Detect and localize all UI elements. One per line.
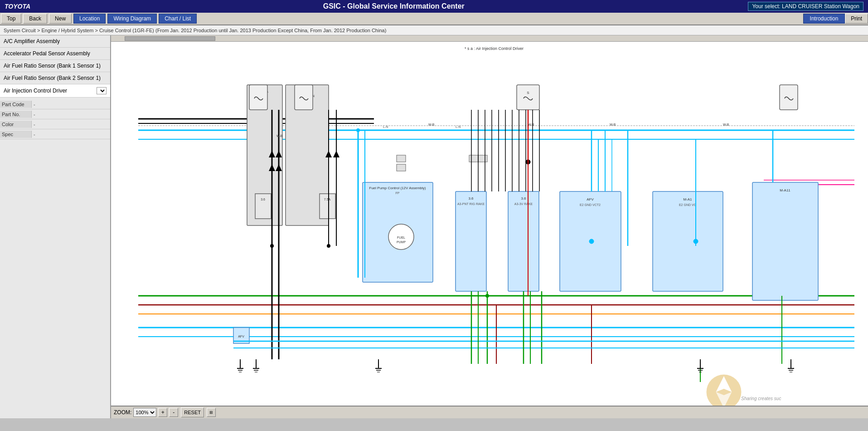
part-no-row: Part No. - — [0, 109, 110, 119]
spec-label: Spec — [0, 131, 32, 138]
svg-rect-42 — [780, 85, 798, 110]
title-bar: TOYOTA GSIC - Global Service Information… — [0, 0, 868, 13]
bottom-bar: ZOOM: 50% 75% 100% 125% 150% 200% + - RE… — [111, 406, 868, 418]
part-code-value: - — [32, 101, 37, 108]
toolbar: Top Back New Location Wiring Diagram Cha… — [0, 13, 868, 25]
svg-text:W-B: W-B — [528, 123, 534, 126]
svg-text:A3-3V RAKE: A3-3V RAKE — [514, 202, 533, 206]
sidebar: A/C Amplifier Assembly Accelerator Pedal… — [0, 35, 111, 418]
properties-panel: Part Code - Part No. - Color - Spec - — [0, 98, 110, 141]
svg-rect-112 — [469, 155, 478, 162]
svg-text:M-A1: M-A1 — [683, 197, 692, 201]
diagram-canvas[interactable]: * s a : Air Injection Control Driver — [111, 42, 868, 406]
sidebar-item-air-injection[interactable]: Air Injection Control Driver — [0, 84, 110, 98]
svg-rect-38 — [517, 85, 539, 110]
color-row: Color - — [0, 119, 110, 129]
svg-rect-46 — [508, 191, 539, 291]
svg-text:AFV: AFV — [238, 335, 244, 338]
wiring-diagram-button[interactable]: Wiring Diagram — [107, 14, 157, 24]
spec-row: Spec - — [0, 129, 110, 139]
back-button[interactable]: Back — [23, 14, 47, 24]
svg-text:3.6: 3.6 — [261, 198, 265, 201]
wiring-diagram-svg: * s a : Air Injection Control Driver — [111, 42, 859, 406]
svg-text:W-B: W-B — [428, 123, 435, 126]
svg-text:FUEL: FUEL — [397, 236, 405, 239]
svg-rect-32 — [752, 182, 818, 300]
svg-text:S: S — [527, 91, 529, 95]
svg-rect-40 — [249, 85, 267, 110]
zoom-label: ZOOM: — [114, 409, 131, 416]
color-value: - — [32, 121, 37, 128]
app-title: GSIC - Global Service Information Center — [39, 2, 748, 10]
svg-text:PUMP: PUMP — [397, 240, 406, 244]
svg-text:* s a : Air Injection Control : * s a : Air Injection Control Driver — [465, 46, 524, 51]
svg-point-88 — [327, 244, 330, 248]
svg-text:A3-PNT RIG RAKE: A3-PNT RIG RAKE — [457, 202, 485, 206]
zoom-out-button[interactable]: - — [169, 408, 178, 417]
new-button[interactable]: New — [49, 14, 72, 24]
zoom-in-button[interactable]: + — [158, 408, 167, 417]
svg-text:M-A11: M-A11 — [780, 188, 790, 192]
svg-text:7.5A: 7.5A — [324, 198, 331, 201]
diagram-area: * s a : Air Injection Control Driver — [111, 35, 868, 418]
svg-text:W-B: W-B — [610, 123, 616, 126]
color-label: Color — [0, 121, 32, 128]
sidebar-item-afr-bank1[interactable]: Air Fuel Ratio Sensor (Bank 1 Sensor 1) — [0, 60, 110, 72]
horizontal-scrollbar[interactable] — [111, 35, 868, 42]
introduction-button[interactable]: Introduction — [803, 14, 845, 24]
part-no-label: Part No. — [0, 111, 32, 118]
top-button[interactable]: Top — [1, 14, 21, 24]
svg-point-90 — [485, 294, 489, 298]
svg-point-87 — [270, 244, 274, 248]
spec-value: - — [32, 131, 37, 138]
svg-point-91 — [589, 239, 594, 244]
svg-text:E2 GND VG: E2 GND VG — [679, 203, 696, 206]
svg-text:Sharing creates suc: Sharing creates suc — [741, 396, 781, 401]
fit-page-button[interactable]: ⊞ — [207, 408, 216, 417]
svg-text:AFV: AFV — [587, 197, 594, 201]
zoom-select[interactable]: 50% 75% 100% 125% 150% 200% — [133, 408, 156, 417]
part-no-value: - — [32, 111, 37, 118]
svg-rect-113 — [478, 155, 487, 162]
svg-rect-110 — [397, 155, 406, 162]
svg-rect-43 — [456, 191, 486, 291]
svg-text:E2 GND VCT2: E2 GND VCT2 — [580, 203, 601, 206]
print-button[interactable]: Print — [845, 14, 868, 24]
your-select-label: Your select: LAND CRUISER Station Wagon — [748, 2, 863, 11]
svg-rect-29 — [653, 191, 723, 291]
svg-text:W-B: W-B — [276, 134, 283, 137]
location-button[interactable]: Location — [73, 14, 106, 24]
svg-point-92 — [693, 239, 698, 244]
breadcrumb: System Circuit > Engine / Hybrid System … — [0, 25, 868, 35]
svg-point-86 — [356, 128, 360, 132]
svg-text:W-B: W-B — [723, 123, 729, 126]
sidebar-item-ac-amplifier[interactable]: A/C Amplifier Assembly — [0, 35, 110, 48]
main-content: A/C Amplifier Assembly Accelerator Pedal… — [0, 35, 868, 418]
sidebar-item-afr-bank2[interactable]: Air Fuel Ratio Sensor (Bank 2 Sensor 1) — [0, 72, 110, 84]
svg-text:3.6: 3.6 — [468, 196, 474, 201]
zoom-reset-button[interactable]: RESET — [181, 407, 204, 417]
svg-text:3.6: 3.6 — [521, 196, 526, 201]
toyota-logo: TOYOTA — [5, 3, 30, 10]
part-code-label: Part Code — [0, 101, 32, 108]
svg-rect-111 — [397, 164, 406, 171]
svg-text:Fuel Pump Control (12V Assembl: Fuel Pump Control (12V Assembly) — [369, 186, 426, 190]
part-code-row: Part Code - — [0, 99, 110, 109]
svg-text:FP: FP — [396, 191, 400, 195]
sidebar-item-dropdown[interactable] — [97, 87, 107, 94]
svg-text:L-N: L-N — [456, 125, 461, 128]
svg-text:L-N: L-N — [383, 125, 388, 128]
chart-list-button[interactable]: Chart / List — [159, 14, 197, 24]
sidebar-item-accelerator-pedal[interactable]: Accelerator Pedal Sensor Assembly — [0, 48, 110, 60]
svg-rect-41 — [295, 85, 313, 110]
